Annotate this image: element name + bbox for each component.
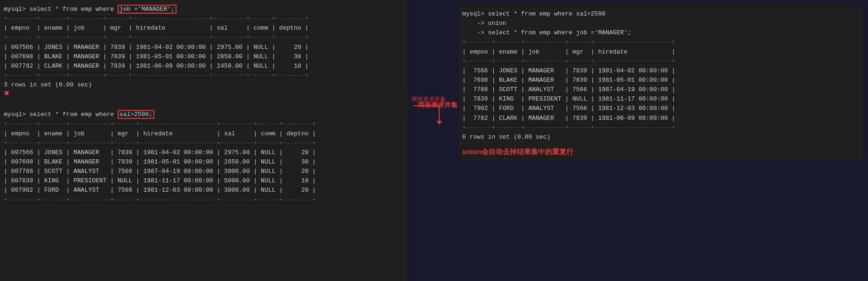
right-panel: mysql> select * from emp where sal>2500 …	[458, 5, 863, 161]
right-row5: | 7902 | FORD | ANALYST | 7566 | 1981-12…	[462, 104, 860, 113]
query2-section: mysql> select * from emp where sal>2500;…	[4, 110, 406, 204]
query1-rowcount: 3 rows in set (0.00 sec)	[4, 80, 406, 90]
middle-annotation: 两张表求并集 两张表求并集	[409, 0, 458, 281]
query1-highlight: job ='MANAGER';	[118, 5, 177, 14]
right-query-line3: -> select * from emp where job ='MANAGER…	[462, 28, 860, 38]
query1-line1: mysql> select * from emp where job ='MAN…	[4, 5, 406, 14]
right-header: | empno | ename | job | mgr | hiredate |	[462, 47, 860, 57]
right-row4: | 7839 | KING | PRESIDENT | NULL | 1981-…	[462, 94, 860, 104]
query2-mid-dash: +--------+-------+-----------+------+---…	[4, 139, 406, 148]
right-row6: | 7782 | CLARK | MANAGER | 7839 | 1981-0…	[462, 114, 860, 123]
query1-row1: | 007566 | JONES | MANAGER | 7839 | 1981…	[4, 43, 406, 52]
query2-row5: | 007902 | FORD | ANALYST | 7566 | 1981-…	[4, 186, 406, 195]
query1-row2: | 007698 | BLAKE | MANAGER | 7839 | 1981…	[4, 52, 406, 62]
svg-text:两张表求并集: 两张表求并集	[412, 96, 446, 102]
query2-row1: | 007566 | JONES | MANAGER | 7839 | 1981…	[4, 148, 406, 157]
query2-highlight: sal>2500;	[118, 110, 154, 119]
query2-row2: | 007698 | BLAKE | MANAGER | 7839 | 1981…	[4, 157, 406, 167]
left-panel: mysql> select * from emp where job ='MAN…	[0, 0, 410, 281]
right-row2: | 7698 | BLAKE | MANAGER | 7839 | 1981-0…	[462, 76, 860, 85]
right-rowcount: 6 rows in set (0.00 sec)	[462, 133, 860, 142]
query2-row4: | 007839 | KING | PRESIDENT | NULL | 198…	[4, 176, 406, 186]
query1-prefix: mysql> select * from emp where	[4, 6, 118, 13]
right-row1: | 7566 | JONES | MANAGER | 7839 | 1981-0…	[462, 66, 860, 76]
query2-row3: | 007788 | SCOTT | ANALYST | 7566 | 1987…	[4, 167, 406, 176]
query1-mid-dash: +--------+-------+---------+------+-----…	[4, 33, 406, 42]
query1-header: | empno | ename | job | mgr | hiredate |…	[4, 23, 406, 33]
union-description: union会自动去掉结果集中的重复行	[462, 148, 860, 156]
query1-section: mysql> select * from emp where job ='MAN…	[4, 5, 406, 97]
query2-header: | empno | ename | job | mgr | hiredate |…	[4, 129, 406, 139]
right-mid-dash: +-------+-------+-----------+------+----…	[462, 57, 860, 66]
query1-bot-dash: +--------+-------+---------+------+-----…	[4, 71, 406, 80]
right-query-line1: mysql> select * from emp where sal>2500	[462, 9, 860, 19]
svg-marker-2	[436, 121, 442, 125]
right-top-dash: +-------+-------+-----------+------+----…	[462, 38, 860, 47]
right-query-line2: -> union	[462, 19, 860, 28]
query2-line1: mysql> select * from emp where sal>2500;	[4, 110, 406, 119]
query1-row3: | 007782 | CLARK | MANAGER | 7839 | 1981…	[4, 62, 406, 71]
query2-bot-dash: +--------+-------+-----------+------+---…	[4, 195, 406, 205]
right-row3: | 7788 | SCOTT | ANALYST | 7566 | 1987-0…	[462, 85, 860, 94]
query2-top-dash: +--------+-------+-----------+------+---…	[4, 119, 406, 129]
union-arrow: 两张表求并集	[411, 92, 456, 134]
query2-prefix: mysql> select * from emp where	[4, 111, 118, 118]
right-bot-dash: +-------+-------+-----------+------+----…	[462, 123, 860, 133]
query1-top-dash: +--------+-------+---------+------+-----…	[4, 14, 406, 23]
